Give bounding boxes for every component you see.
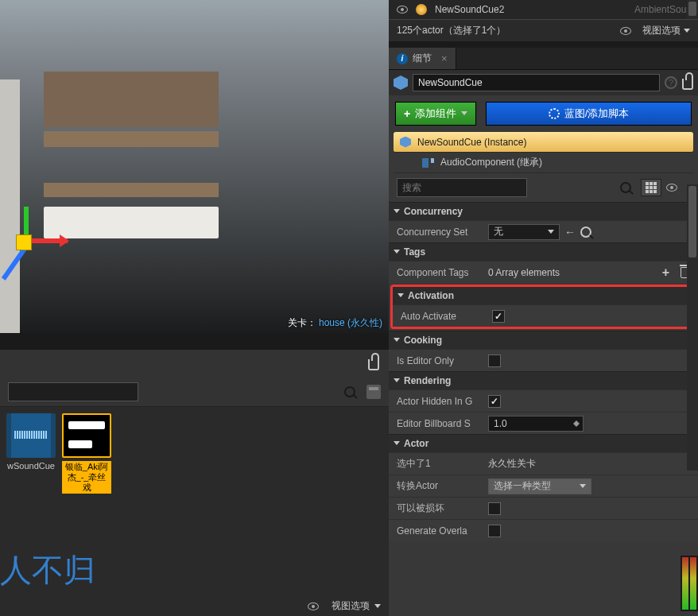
section-tags: Tags Component Tags 0 Array elements + [389, 242, 698, 283]
actor-cube-icon [394, 76, 408, 90]
level-viewport[interactable]: 关卡： house (永久性) [0, 0, 389, 333]
gizmo-origin[interactable] [16, 234, 32, 250]
scene-pillar [0, 79, 20, 333]
billboard-scale-spinner[interactable]: 1.0 [488, 416, 584, 432]
prop-label: Concurrency Set [397, 227, 488, 238]
component-root[interactable]: NewSoundCue (Instance) [394, 132, 693, 153]
level-link[interactable]: house (永久性) [319, 317, 382, 328]
expand-icon [394, 209, 400, 216]
prop-label: Editor Billboard S [397, 418, 488, 429]
is-editor-only-checkbox[interactable] [488, 354, 501, 367]
prop-label: 可以被损坏 [397, 502, 488, 515]
property-matrix-button[interactable] [641, 179, 661, 196]
outliner-view-options[interactable]: 视图选项 [620, 24, 690, 37]
expand-icon [394, 250, 400, 257]
convert-actor-dropdown[interactable]: 选择一种类型 [488, 478, 591, 494]
actor-count-label: 125个actor（选择了1个） [397, 24, 506, 37]
prop-label: Is Editor Only [397, 355, 488, 366]
outliner-item-type: AmbientSoun [634, 4, 692, 15]
plus-icon: + [404, 107, 410, 120]
generate-overlap-checkbox[interactable] [488, 525, 501, 537]
expand-icon [394, 378, 400, 385]
auto-activate-checkbox[interactable] [492, 310, 505, 323]
lock-icon[interactable] [682, 79, 693, 90]
expand-icon [397, 293, 404, 300]
expand-icon [394, 338, 400, 345]
expand-icon [394, 441, 400, 448]
close-icon[interactable]: × [441, 52, 448, 64]
section-cooking: Cooking Is Editor Only [389, 331, 698, 371]
search-icon [344, 386, 355, 397]
content-view-options[interactable]: 视图选项 [308, 599, 381, 613]
chevron-down-icon [580, 484, 586, 491]
add-component-button[interactable]: + 添加组件 [395, 102, 476, 126]
search-icon [620, 182, 631, 193]
level-label: 关卡： house (永久性) [288, 316, 382, 330]
section-header-tags[interactable]: Tags [389, 243, 698, 261]
actor-cube-icon [400, 137, 411, 148]
section-header-activation[interactable]: Activation [393, 287, 694, 304]
section-header-actor[interactable]: Actor [389, 435, 698, 452]
array-add-button[interactable]: + [662, 265, 669, 280]
section-header-cooking[interactable]: Cooking [389, 331, 698, 349]
prop-label: Auto Activate [401, 311, 492, 322]
component-child[interactable]: AudioComponent (继承) [394, 153, 693, 173]
outliner-status-bar: 125个actor（选择了1个） 视图选项 [389, 19, 698, 41]
section-header-concurrency[interactable]: Concurrency [389, 203, 698, 220]
placed-background-text: 人不归 [0, 548, 95, 592]
content-browser: wSoundCue 银临_Aki阿杰_-_牵丝戏 人不归 视图选项 [0, 350, 389, 616]
scene-wall [44, 72, 219, 127]
save-icon[interactable] [366, 385, 381, 399]
soundwave-thumb-icon [62, 413, 111, 458]
prop-label: 选中了1 [397, 457, 488, 471]
help-icon[interactable]: ? [665, 76, 677, 89]
outliner-row[interactable]: NewSoundCue2 AmbientSoun [389, 0, 698, 19]
back-arrow-icon[interactable]: ← [564, 226, 576, 238]
sound-actor-icon [416, 4, 427, 15]
asset-thumbnail-selected[interactable]: 银临_Aki阿杰_-_牵丝戏 [62, 413, 111, 494]
actor-name-input[interactable] [413, 74, 660, 91]
visibility-eye-icon[interactable] [397, 6, 408, 14]
scene-shelf [44, 183, 219, 197]
scene-cabinet [44, 207, 219, 238]
blueprint-script-button[interactable]: 蓝图/添加脚本 [486, 102, 692, 126]
gear-icon [549, 108, 560, 119]
audio-level-meter [681, 556, 698, 611]
eye-icon [620, 27, 631, 35]
prop-label: 转换Actor [397, 479, 488, 493]
details-scrollbar[interactable] [687, 184, 698, 471]
component-list: NewSoundCue (Instance) AudioComponent (继… [394, 132, 693, 173]
actor-hidden-checkbox[interactable] [488, 395, 501, 408]
audio-speaker-icon [422, 158, 434, 168]
eye-icon [666, 184, 677, 192]
chevron-down-icon [684, 29, 690, 36]
lock-icon[interactable] [368, 359, 379, 370]
prop-label: Actor Hidden In G [397, 396, 488, 407]
details-search-input[interactable] [397, 178, 527, 197]
prop-label: Component Tags [397, 267, 488, 278]
asset-thumbnail[interactable]: wSoundCue [6, 413, 56, 494]
soundcue-thumb-icon [6, 413, 56, 458]
info-icon: i [397, 53, 408, 64]
chevron-down-icon [461, 111, 467, 118]
outliner-item-name[interactable]: NewSoundCue2 [435, 4, 634, 15]
details-tab[interactable]: i 细节 × [389, 48, 456, 69]
prop-label: Generate Overla [397, 525, 488, 537]
details-panel: i 细节 × ? + 添加组件 蓝图/添加脚本 NewSoundCue (Ins… [389, 48, 698, 616]
section-concurrency: Concurrency Concurrency Set 无 ← [389, 202, 698, 242]
chevron-down-icon [374, 604, 381, 611]
scene-shelf [44, 131, 219, 147]
section-actor: Actor 选中了1 永久性关卡 转换Actor 选择一种类型 可以被损坏 Ge… [389, 434, 698, 541]
can-be-damaged-checkbox[interactable] [488, 502, 501, 515]
eye-icon [308, 602, 319, 610]
section-rendering: Rendering Actor Hidden In G Editor Billb… [389, 371, 698, 434]
section-activation: Activation Auto Activate [390, 285, 696, 329]
section-header-rendering[interactable]: Rendering [389, 372, 698, 389]
concurrency-set-dropdown[interactable]: 无 [488, 224, 560, 240]
chevron-down-icon [548, 230, 554, 237]
browse-icon[interactable] [580, 227, 591, 238]
content-search-input[interactable] [8, 382, 138, 401]
